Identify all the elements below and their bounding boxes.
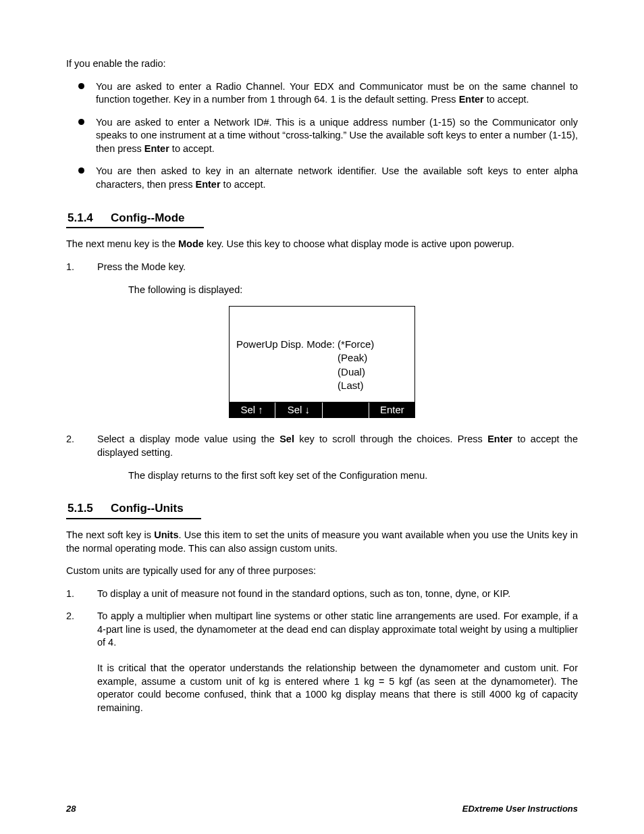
ordered-list: 1. Press the Mode key. The following is … [66, 261, 578, 296]
list-item: 1. Press the Mode key. The following is … [66, 261, 578, 296]
display-label: PowerUp Disp. Mode: [236, 338, 338, 392]
section-number: 5.1.5 [66, 501, 111, 517]
item-subtext: The following is displayed: [128, 284, 578, 297]
section-rule [66, 518, 201, 519]
bullet-list: You are asked to enter a Radio Channel. … [66, 80, 578, 192]
section-title: Config--Mode [111, 211, 185, 226]
section-intro: The next menu key is the Mode key. Use t… [66, 238, 578, 251]
bullet-item: You are asked to enter a Network ID#. Th… [66, 116, 578, 156]
list-item: 1. To display a unit of measure not foun… [66, 588, 578, 601]
item-extra: It is critical that the operator underst… [97, 662, 578, 714]
item-text: To display a unit of measure not found i… [97, 588, 510, 599]
display-value: (Dual) [338, 365, 374, 379]
bold-text: Mode [178, 238, 204, 249]
text: key. Use this key to choose what display… [204, 238, 514, 249]
section-number: 5.1.4 [66, 211, 111, 226]
footer-title: EDxtreme User Instructions [462, 803, 578, 815]
softkey-enter[interactable]: Enter [369, 402, 415, 418]
item-number: 1. [66, 261, 74, 274]
text: key to scroll through the choices. Press [294, 434, 487, 444]
page-number: 28 [66, 803, 76, 815]
bullet-bold: Enter [196, 179, 221, 190]
display-screen: PowerUp Disp. Mode: (*Force) (Peak) (Dua… [229, 306, 415, 402]
section-heading-515: 5.1.5 Config--Units [66, 501, 578, 517]
bullet-bold: Enter [459, 94, 484, 105]
section-rule [66, 227, 204, 228]
display-values: (*Force) (Peak) (Dual) (Last) [338, 338, 374, 392]
section-intro: The next soft key is Units. Use this ite… [66, 529, 578, 555]
bullet-text: to accept. [221, 179, 266, 190]
intro-paragraph: If you enable the radio: [66, 57, 578, 71]
list-item: 2. To apply a multiplier when multipart … [66, 610, 578, 714]
bullet-text: You are then asked to key in an alternat… [96, 165, 578, 190]
item-text: To apply a multiplier when multipart lin… [97, 610, 578, 648]
bold-text: Enter [487, 434, 512, 444]
ordered-list: 2. Select a display mode value using the… [66, 433, 578, 482]
text: The next menu key is the [66, 238, 178, 249]
item-number: 2. [66, 433, 74, 446]
bullet-item: You are then asked to key in an alternat… [66, 165, 578, 191]
ordered-list: 1. To display a unit of measure not foun… [66, 588, 578, 715]
section-title: Config--Units [111, 501, 184, 517]
text: The next soft key is [66, 529, 154, 540]
section-heading-514: 5.1.4 Config--Mode [66, 211, 578, 226]
display-row: PowerUp Disp. Mode: (*Force) (Peak) (Dua… [236, 338, 408, 392]
display-value: (Peak) [338, 351, 374, 365]
display-value: (Last) [338, 379, 374, 392]
softkey-sel-down[interactable]: Sel ↓ [275, 402, 321, 418]
bullet-item: You are asked to enter a Radio Channel. … [66, 80, 578, 107]
page-footer: 28 EDxtreme User Instructions [66, 803, 578, 815]
softkey-bar: Sel ↑ Sel ↓ Enter [229, 402, 415, 418]
item-number: 2. [66, 610, 74, 623]
softkey-blank [322, 402, 369, 418]
text: Select a display mode value using the [97, 434, 279, 444]
item-number: 1. [66, 588, 74, 601]
bullet-text: to accept. [169, 143, 215, 154]
bold-text: Units [154, 529, 178, 540]
list-item: 2. Select a display mode value using the… [66, 433, 578, 482]
bold-text: Sel [279, 434, 294, 444]
bullet-text: to accept. [484, 94, 529, 105]
item-text: Press the Mode key. [97, 261, 186, 272]
display-value: (*Force) [338, 338, 374, 351]
paragraph: Custom units are typically used for any … [66, 565, 578, 578]
bullet-bold: Enter [144, 143, 169, 154]
softkey-sel-up[interactable]: Sel ↑ [229, 402, 275, 418]
page: If you enable the radio: You are asked t… [0, 0, 644, 834]
display-figure: PowerUp Disp. Mode: (*Force) (Peak) (Dua… [229, 306, 415, 418]
item-subtext: The display returns to the first soft ke… [128, 469, 578, 483]
